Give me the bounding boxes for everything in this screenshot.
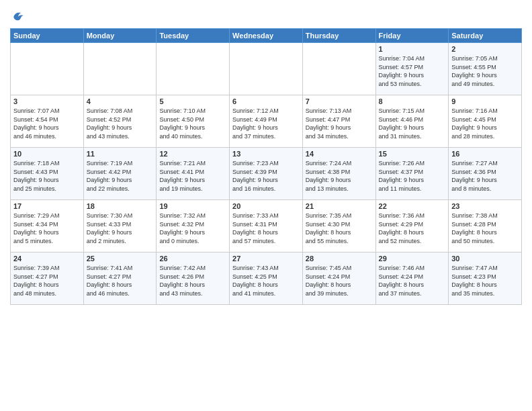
calendar-cell: 13Sunrise: 7:23 AMSunset: 4:39 PMDayligh… <box>230 148 303 200</box>
day-number: 27 <box>232 255 300 263</box>
page-header <box>10 7 522 23</box>
weekday-header-thursday: Thursday <box>302 29 375 43</box>
calendar-cell: 16Sunrise: 7:27 AMSunset: 4:36 PMDayligh… <box>449 148 522 200</box>
day-info: Sunrise: 7:27 AMSunset: 4:36 PMDaylight:… <box>451 159 519 193</box>
weekday-header-sunday: Sunday <box>11 29 84 43</box>
day-info: Sunrise: 7:07 AMSunset: 4:54 PMDaylight:… <box>13 107 81 140</box>
calendar-cell: 8Sunrise: 7:15 AMSunset: 4:46 PMDaylight… <box>375 95 449 148</box>
logo <box>10 7 25 23</box>
calendar-cell: 25Sunrise: 7:41 AMSunset: 4:27 PMDayligh… <box>83 253 157 305</box>
day-number: 6 <box>232 97 300 105</box>
day-info: Sunrise: 7:24 AMSunset: 4:38 PMDaylight:… <box>306 159 373 193</box>
calendar-cell: 5Sunrise: 7:10 AMSunset: 4:50 PMDaylight… <box>157 95 230 148</box>
calendar-cell <box>83 43 157 95</box>
day-number: 9 <box>451 97 519 105</box>
day-info: Sunrise: 7:04 AMSunset: 4:57 PMDaylight:… <box>379 54 446 88</box>
day-info: Sunrise: 7:12 AMSunset: 4:49 PMDaylight:… <box>232 107 300 140</box>
calendar-cell: 11Sunrise: 7:19 AMSunset: 4:42 PMDayligh… <box>83 148 157 200</box>
day-info: Sunrise: 7:33 AMSunset: 4:31 PMDaylight:… <box>232 212 300 245</box>
day-info: Sunrise: 7:10 AMSunset: 4:50 PMDaylight:… <box>159 107 226 140</box>
weekday-header-saturday: Saturday <box>449 29 522 43</box>
calendar-cell: 23Sunrise: 7:38 AMSunset: 4:28 PMDayligh… <box>449 200 522 253</box>
day-number: 19 <box>159 202 226 210</box>
calendar-cell: 19Sunrise: 7:32 AMSunset: 4:32 PMDayligh… <box>157 200 230 253</box>
calendar-cell <box>157 43 230 95</box>
day-info: Sunrise: 7:43 AMSunset: 4:25 PMDaylight:… <box>232 264 300 298</box>
day-number: 11 <box>87 150 154 158</box>
calendar-cell <box>11 43 84 95</box>
day-info: Sunrise: 7:30 AMSunset: 4:33 PMDaylight:… <box>87 212 154 245</box>
day-number: 22 <box>379 202 446 210</box>
calendar-week-4: 24Sunrise: 7:39 AMSunset: 4:27 PMDayligh… <box>11 253 522 305</box>
day-info: Sunrise: 7:46 AMSunset: 4:24 PMDaylight:… <box>379 264 446 298</box>
calendar-cell: 22Sunrise: 7:36 AMSunset: 4:29 PMDayligh… <box>375 200 449 253</box>
calendar-cell: 28Sunrise: 7:45 AMSunset: 4:24 PMDayligh… <box>302 253 375 305</box>
day-info: Sunrise: 7:38 AMSunset: 4:28 PMDaylight:… <box>451 212 519 245</box>
day-info: Sunrise: 7:32 AMSunset: 4:32 PMDaylight:… <box>159 212 226 245</box>
day-number: 24 <box>13 255 81 263</box>
day-info: Sunrise: 7:18 AMSunset: 4:43 PMDaylight:… <box>13 159 81 193</box>
calendar-table: SundayMondayTuesdayWednesdayThursdayFrid… <box>10 28 522 305</box>
weekday-header-tuesday: Tuesday <box>157 29 230 43</box>
day-info: Sunrise: 7:13 AMSunset: 4:47 PMDaylight:… <box>306 107 373 140</box>
day-number: 4 <box>87 97 154 105</box>
day-number: 13 <box>232 150 300 158</box>
day-info: Sunrise: 7:35 AMSunset: 4:30 PMDaylight:… <box>306 212 373 245</box>
calendar-cell: 17Sunrise: 7:29 AMSunset: 4:34 PMDayligh… <box>11 200 84 253</box>
calendar-cell: 2Sunrise: 7:05 AMSunset: 4:55 PMDaylight… <box>449 43 522 95</box>
day-info: Sunrise: 7:23 AMSunset: 4:39 PMDaylight:… <box>232 159 300 193</box>
calendar-cell: 4Sunrise: 7:08 AMSunset: 4:52 PMDaylight… <box>83 95 157 148</box>
calendar-cell: 26Sunrise: 7:42 AMSunset: 4:26 PMDayligh… <box>157 253 230 305</box>
day-number: 25 <box>87 255 154 263</box>
day-info: Sunrise: 7:26 AMSunset: 4:37 PMDaylight:… <box>379 159 446 193</box>
day-number: 29 <box>379 255 446 263</box>
day-info: Sunrise: 7:08 AMSunset: 4:52 PMDaylight:… <box>87 107 154 140</box>
day-info: Sunrise: 7:45 AMSunset: 4:24 PMDaylight:… <box>306 264 373 298</box>
calendar-cell: 1Sunrise: 7:04 AMSunset: 4:57 PMDaylight… <box>375 43 449 95</box>
day-number: 10 <box>13 150 81 158</box>
calendar-cell: 20Sunrise: 7:33 AMSunset: 4:31 PMDayligh… <box>230 200 303 253</box>
day-info: Sunrise: 7:42 AMSunset: 4:26 PMDaylight:… <box>159 264 226 298</box>
calendar-week-0: 1Sunrise: 7:04 AMSunset: 4:57 PMDaylight… <box>11 43 522 95</box>
calendar-cell: 9Sunrise: 7:16 AMSunset: 4:45 PMDaylight… <box>449 95 522 148</box>
weekday-header-monday: Monday <box>83 29 157 43</box>
day-number: 26 <box>159 255 226 263</box>
calendar-cell: 3Sunrise: 7:07 AMSunset: 4:54 PMDaylight… <box>11 95 84 148</box>
calendar-cell: 21Sunrise: 7:35 AMSunset: 4:30 PMDayligh… <box>302 200 375 253</box>
day-number: 3 <box>13 97 81 105</box>
calendar-cell <box>230 43 303 95</box>
day-info: Sunrise: 7:47 AMSunset: 4:23 PMDaylight:… <box>451 264 519 298</box>
calendar-cell: 27Sunrise: 7:43 AMSunset: 4:25 PMDayligh… <box>230 253 303 305</box>
day-number: 23 <box>451 202 519 210</box>
logo-text <box>10 7 25 23</box>
day-info: Sunrise: 7:41 AMSunset: 4:27 PMDaylight:… <box>87 264 154 298</box>
day-number: 28 <box>306 255 373 263</box>
day-number: 2 <box>451 45 519 53</box>
calendar-week-2: 10Sunrise: 7:18 AMSunset: 4:43 PMDayligh… <box>11 148 522 200</box>
calendar-cell <box>302 43 375 95</box>
day-info: Sunrise: 7:39 AMSunset: 4:27 PMDaylight:… <box>13 264 81 298</box>
day-info: Sunrise: 7:05 AMSunset: 4:55 PMDaylight:… <box>451 54 519 88</box>
calendar-cell: 18Sunrise: 7:30 AMSunset: 4:33 PMDayligh… <box>83 200 157 253</box>
calendar-week-3: 17Sunrise: 7:29 AMSunset: 4:34 PMDayligh… <box>11 200 522 253</box>
day-info: Sunrise: 7:19 AMSunset: 4:42 PMDaylight:… <box>87 159 154 193</box>
calendar-cell: 24Sunrise: 7:39 AMSunset: 4:27 PMDayligh… <box>11 253 84 305</box>
weekday-header-friday: Friday <box>375 29 449 43</box>
day-number: 7 <box>306 97 373 105</box>
day-number: 1 <box>379 45 446 53</box>
calendar-cell: 12Sunrise: 7:21 AMSunset: 4:41 PMDayligh… <box>157 148 230 200</box>
day-number: 5 <box>159 97 226 105</box>
weekday-header-wednesday: Wednesday <box>230 29 303 43</box>
day-number: 8 <box>379 97 446 105</box>
day-number: 20 <box>232 202 300 210</box>
day-number: 12 <box>159 150 226 158</box>
day-number: 30 <box>451 255 519 263</box>
day-number: 16 <box>451 150 519 158</box>
day-number: 15 <box>379 150 446 158</box>
calendar-cell: 15Sunrise: 7:26 AMSunset: 4:37 PMDayligh… <box>375 148 449 200</box>
calendar-cell: 30Sunrise: 7:47 AMSunset: 4:23 PMDayligh… <box>449 253 522 305</box>
day-number: 14 <box>306 150 373 158</box>
calendar-cell: 10Sunrise: 7:18 AMSunset: 4:43 PMDayligh… <box>11 148 84 200</box>
logo-icon <box>11 9 25 22</box>
day-info: Sunrise: 7:21 AMSunset: 4:41 PMDaylight:… <box>159 159 226 193</box>
